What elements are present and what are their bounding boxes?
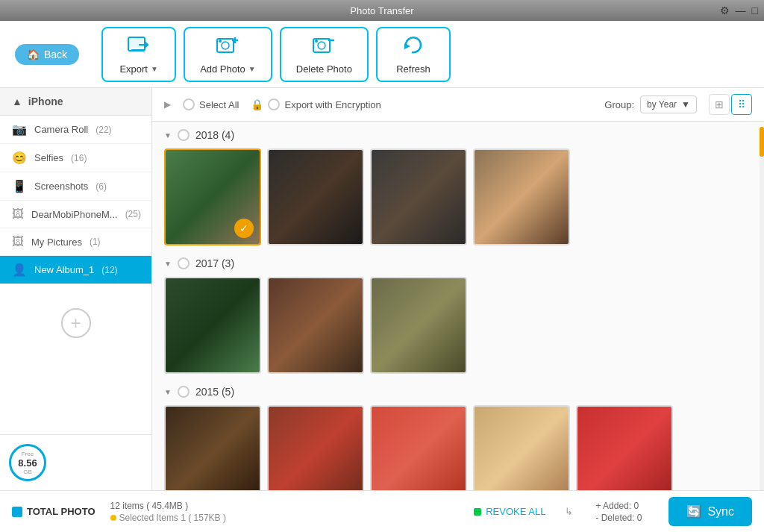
photo-item[interactable] [576,405,673,490]
year-section-2018: ▼ 2018 (4) ✓ [164,129,752,245]
encrypt-checkbox[interactable] [268,98,280,110]
revoke-all-button[interactable]: REVOKE ALL [486,506,545,517]
photo-item[interactable] [370,405,467,490]
photo-item[interactable] [164,405,261,490]
total-count: 12 items ( 45.4MB ) [110,501,226,511]
sidebar-item-screenshots[interactable]: 📱 Screenshots (6) [0,172,151,201]
grid-view-button[interactable]: ⊞ [709,94,730,115]
photo-item[interactable] [370,148,467,245]
sidebar-item-new-album[interactable]: 👤 New Album_1 (12) [0,256,151,284]
photo-image [269,278,363,372]
lock-icon: 🔒 [251,98,263,110]
photo-item[interactable] [267,148,364,245]
photo-item[interactable] [473,405,570,490]
home-icon: 🏠 [27,48,40,60]
total-indicator [12,507,22,517]
year-toggle-2018[interactable]: ▼ [164,131,172,140]
view-toggle: ⊞ ⠿ [709,94,752,115]
sync-icon: 🔄 [686,504,701,519]
refresh-label: Refresh [396,63,430,75]
photo-image [372,407,466,490]
sidebar-header: ▲ iPhone [0,88,151,116]
year-section-2015: ▼ 2015 (5) [164,386,752,490]
photo-grid-2015 [164,405,752,490]
selected-info: Selected Items 1 ( 157KB ) [110,513,226,523]
photo-image [372,278,466,372]
photo-item[interactable] [370,277,467,374]
photo-item[interactable] [164,277,261,374]
add-album-button[interactable]: + [61,308,91,338]
year-header-2015: ▼ 2015 (5) [164,386,752,398]
statusbar: TOTAL PHOTO 12 items ( 45.4MB ) Selected… [0,490,764,532]
titlebar: Photo Transfer ⚙ — □ [0,0,764,21]
export-arrow: ▼ [151,65,158,73]
photo-item[interactable] [473,148,570,245]
photo-image [475,150,569,244]
content-area: ▶ Select All 🔒 Export with Encryption Gr… [152,88,764,490]
settings-icon[interactable]: ⚙ [720,4,730,16]
year-toggle-2017[interactable]: ▼ [164,260,172,268]
revoke-all-area: REVOKE ALL ↳ [474,506,573,517]
camera-icon: 📷 [12,122,27,137]
photo-image [475,407,569,490]
maximize-button[interactable]: □ [752,4,758,16]
photo-grid-2017 [164,277,752,374]
add-photo-label: Add Photo [200,63,245,75]
year-checkbox-2015[interactable] [178,386,190,398]
scrollbar-thumb[interactable] [760,127,764,157]
pictures-icon: 🖼 [12,235,24,248]
photo-item[interactable] [267,405,364,490]
window-controls: ⚙ — □ [720,4,758,16]
storage-info: Free 8.56 GB [0,434,151,490]
dearmobi-icon: 🖼 [12,207,24,221]
export-button[interactable]: Export ▼ [101,27,176,82]
year-toggle-2015[interactable]: ▼ [164,388,172,396]
year-checkbox-2018[interactable] [178,129,190,141]
sidebar-item-camera-roll[interactable]: 📷 Camera Roll (22) [0,116,151,144]
photo-image [577,407,671,490]
group-dropdown[interactable]: by Year ▼ [640,96,697,113]
group-area: Group: by Year ▼ [604,96,697,113]
export-label: Export [119,63,148,75]
photo-item[interactable]: ✓ [164,148,261,245]
main-layout: ▲ iPhone 📷 Camera Roll (22) 😊 Selfies (1… [0,88,764,490]
delete-photo-icon [312,34,336,60]
svg-rect-1 [130,39,143,48]
deleted-count: - Deleted: 0 [595,513,642,523]
export-icon [127,34,151,60]
added-count: + Added: 0 [595,501,642,511]
add-photo-button[interactable]: Add Photo ▼ [184,27,272,82]
tile-view-button[interactable]: ⠿ [731,94,752,115]
sidebar-item-dearmobi[interactable]: 🖼 DearMobiPhoneM... (25) [0,201,151,228]
expand-icon[interactable]: ▶ [164,99,171,110]
export-encrypted-area: 🔒 Export with Encryption [251,98,381,110]
year-header-2018: ▼ 2018 (4) [164,129,752,141]
selected-dot [110,515,116,521]
photo-scroll-area[interactable]: ▼ 2018 (4) ✓ [152,122,764,490]
svg-point-6 [219,40,222,43]
sidebar-item-selfies[interactable]: 😊 Selfies (16) [0,144,151,172]
svg-point-10 [318,42,325,49]
select-all-button[interactable]: Select All [183,98,239,110]
minimize-button[interactable]: — [736,4,746,16]
photo-grid-2018: ✓ [164,148,752,245]
selected-badge: ✓ [234,219,254,238]
sync-button[interactable]: 🔄 Sync [668,497,752,526]
year-header-2017: ▼ 2017 (3) [164,257,752,269]
back-button[interactable]: 🏠 Back [15,44,79,65]
action-bar: ▶ Select All 🔒 Export with Encryption Gr… [152,88,764,122]
total-photo-area: TOTAL PHOTO [12,506,96,517]
delete-photo-label: Delete Photo [296,63,352,75]
app-title: Photo Transfer [350,5,413,16]
year-checkbox-2017[interactable] [178,257,190,269]
sidebar-item-my-pictures[interactable]: 🖼 My Pictures (1) [0,228,151,256]
refresh-button[interactable]: Refresh [376,27,451,82]
svg-marker-13 [404,43,410,49]
delete-photo-button[interactable]: Delete Photo [280,27,369,82]
select-all-checkbox[interactable] [183,98,195,110]
photo-item[interactable] [267,277,364,374]
chevron-down-icon: ▼ [681,99,690,110]
svg-rect-2 [131,49,145,51]
revoke-indicator [474,508,481,516]
scrollbar[interactable] [760,127,764,490]
